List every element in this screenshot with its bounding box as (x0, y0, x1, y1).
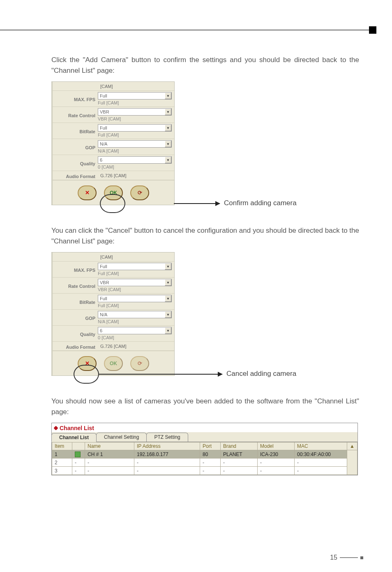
gop-sub-1: N/A [CAM] (98, 148, 174, 155)
button-row-1: ✕ OK ⟳ (53, 180, 174, 205)
refresh-button-dim[interactable]: ⟳ (130, 356, 149, 371)
scroll-up-button[interactable]: ▲ (347, 442, 357, 450)
bitrate-select-2[interactable]: Full▼ (98, 295, 172, 302)
bitrate-sub-1: Full [CAM] (98, 132, 174, 139)
dropdown-icon[interactable]: ▼ (165, 125, 171, 131)
col-model[interactable]: Model (257, 442, 294, 450)
table-row[interactable]: 3 - - - - - - - (52, 467, 357, 475)
rate-select-2[interactable]: VBR▼ (98, 279, 172, 286)
rate-label-2: Rate Control (53, 282, 98, 289)
dropdown-icon[interactable]: ▼ (165, 311, 171, 318)
maxfps-sub-1: Full [CAM] (98, 100, 174, 107)
settings-panel-confirm-wrap: [CAM] MAX. FPS Full▼ Full [CAM] Rate Con… (51, 81, 359, 217)
tab-channel-list[interactable]: Channel List (51, 433, 97, 442)
page-number: 15 (330, 554, 363, 561)
table-row[interactable]: 1 CH # 1 192.168.0.177 80 PLANET ICA-230… (52, 450, 357, 459)
bitrate-label-1: BitRate (53, 127, 98, 134)
ok-button-dim[interactable]: OK (104, 356, 123, 371)
quality-label-1: Quality (53, 160, 98, 166)
table-row[interactable]: 2 - - - - - - - (52, 459, 357, 467)
button-row-2: ✕ OK ⟳ (53, 351, 174, 375)
bitrate-sub-2: Full [CAM] (98, 302, 174, 309)
audio-value-2: G.726 [CAM] (98, 342, 174, 350)
camera-icon (75, 452, 81, 457)
rate-sub-2: VBR [CAM] (98, 286, 174, 293)
col-brand[interactable]: Brand (220, 442, 257, 450)
channel-list-panel: Channel List Channel List Channel Settin… (51, 423, 358, 475)
paragraph-3: You should now see a list of cameras you… (51, 396, 359, 417)
channel-list-tabs: Channel List Channel Setting PTZ Setting (52, 432, 357, 442)
dropdown-icon[interactable]: ▼ (165, 157, 171, 163)
callout-cancel: Cancel adding camera (226, 370, 296, 378)
header-marker (369, 26, 376, 34)
settings-panel-cancel-wrap: [CAM] MAX. FPS Full▼ Full [CAM] Rate Con… (51, 252, 359, 388)
maxfps-select-1[interactable]: Full▼ (98, 92, 172, 100)
refresh-button[interactable]: ⟳ (130, 185, 149, 200)
quality-sub-2: 0 [CAM] (98, 334, 174, 341)
header-cam-1: [CAM] (98, 82, 174, 90)
maxfps-sub-2: Full [CAM] (98, 270, 174, 277)
dropdown-icon[interactable]: ▼ (165, 327, 171, 334)
gop-select-1[interactable]: N/A▼ (98, 140, 172, 148)
quality-label-2: Quality (53, 330, 98, 337)
list-icon (53, 426, 58, 430)
cancel-button[interactable]: ✕ (78, 185, 97, 200)
gop-label-2: GOP (53, 314, 98, 321)
dropdown-icon[interactable]: ▼ (165, 263, 171, 270)
maxfps-label-2: MAX. FPS (53, 266, 98, 273)
scrollbar-track[interactable] (347, 450, 357, 475)
paragraph-2: You can click the "Cancel" button to can… (51, 225, 359, 246)
header-cam-2: [CAM] (98, 252, 174, 261)
dropdown-icon[interactable]: ▼ (165, 109, 171, 115)
quality-select-2[interactable]: 6▼ (98, 327, 172, 334)
audio-label-1: Audio Format (53, 172, 98, 179)
maxfps-label-1: MAX. FPS (53, 95, 98, 102)
quality-select-1[interactable]: 6▼ (98, 156, 172, 164)
dropdown-icon[interactable]: ▼ (165, 141, 171, 147)
dropdown-icon[interactable]: ▼ (165, 93, 171, 99)
maxfps-select-2[interactable]: Full▼ (98, 263, 172, 270)
dropdown-icon[interactable]: ▼ (165, 295, 171, 302)
arrow-confirm (174, 203, 220, 204)
tab-channel-setting[interactable]: Channel Setting (96, 433, 147, 442)
col-item[interactable]: Item (52, 442, 72, 450)
gop-label-1: GOP (53, 144, 98, 150)
paragraph-1: Click the "Add Camera" button to confirm… (51, 55, 359, 76)
tab-ptz-setting[interactable]: PTZ Setting (146, 433, 188, 442)
bitrate-select-1[interactable]: Full▼ (98, 124, 172, 132)
col-mac[interactable]: MAC (294, 442, 347, 450)
channel-list-title: Channel List (52, 423, 357, 432)
audio-value-1: G.726 [CAM] (98, 171, 174, 180)
header-rule (0, 30, 376, 30)
col-port[interactable]: Port (200, 442, 220, 450)
camera-settings-panel-2: [CAM] MAX. FPS Full▼ Full [CAM] Rate Con… (51, 252, 175, 376)
callout-confirm: Confirm adding camera (224, 199, 297, 207)
rate-label-1: Rate Control (53, 111, 98, 118)
col-name[interactable]: Name (85, 442, 134, 450)
quality-sub-1: 0 [CAM] (98, 164, 174, 171)
col-ip[interactable]: IP Address (134, 442, 200, 450)
audio-label-2: Audio Format (53, 343, 98, 350)
gop-select-2[interactable]: N/A▼ (98, 311, 172, 318)
bitrate-label-2: BitRate (53, 298, 98, 305)
rate-select-1[interactable]: VBR▼ (98, 108, 172, 116)
camera-settings-panel-1: [CAM] MAX. FPS Full▼ Full [CAM] Rate Con… (51, 81, 175, 205)
arrow-cancel (99, 374, 222, 375)
channel-grid: Item Name IP Address Port Brand Model MA… (52, 442, 357, 475)
ok-button[interactable]: OK (104, 185, 123, 200)
dropdown-icon[interactable]: ▼ (165, 279, 171, 286)
cancel-button[interactable]: ✕ (78, 356, 97, 371)
rate-sub-1: VBR [CAM] (98, 116, 174, 123)
gop-sub-2: N/A [CAM] (98, 318, 174, 325)
